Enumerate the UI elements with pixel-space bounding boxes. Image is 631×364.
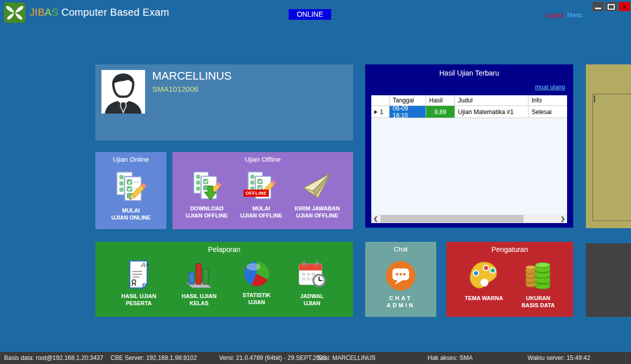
cell-info[interactable]: Selesai: [529, 106, 567, 118]
status-cbe-server: CBE Server: 192.168.1.98:8102: [111, 352, 197, 364]
bar-chart-icon: [184, 259, 214, 292]
pelaporan-title: Pelaporan: [95, 245, 353, 253]
exam-checklist-icon: [114, 170, 148, 206]
pengaturan-title: Pengaturan: [446, 245, 573, 253]
menu-link[interactable]: Menu: [567, 12, 582, 19]
ujian-offline-card: Ujian Offline: [172, 152, 353, 229]
brand-s: S: [51, 7, 58, 18]
scroll-left-arrow-icon[interactable]: ❮: [371, 214, 380, 223]
row-number: 1: [380, 108, 383, 116]
minimize-icon: [595, 8, 601, 9]
jadwal-ujian-button[interactable]: JADWAL UJIAN: [297, 259, 327, 307]
report-certificate-icon: A+: [124, 259, 153, 292]
ujian-online-card: Ujian Online: [95, 152, 166, 229]
hasil-ujian-kelas-label: HASIL UJIAN KELAS: [182, 293, 217, 307]
a-plus-text: A+: [141, 261, 149, 269]
row-selector-cell[interactable]: 1: [371, 106, 390, 118]
ukuran-basis-data-label: UKURAN BASIS DATA: [521, 295, 555, 309]
hasil-ujian-title: Hasil Ujian Terbaru: [365, 69, 573, 77]
cell-tanggal[interactable]: 06-09 16:10: [390, 106, 426, 118]
palette-icon: [467, 260, 501, 294]
exam-download-icon: [191, 170, 223, 204]
cell-hasil[interactable]: 8,89: [426, 106, 455, 118]
header-judul: Judul: [455, 95, 529, 106]
calendar-clock-icon: [297, 259, 327, 292]
ujian-online-title: Ujian Online: [95, 156, 166, 163]
hasil-ujian-panel: Hasil Ujian Terbaru muat ulang Tanggal H…: [365, 64, 573, 228]
chat-admin-button[interactable]: CHAT ADMIN: [365, 260, 436, 309]
close-button[interactable]: X: [619, 2, 630, 11]
pie-chart-icon: [242, 259, 271, 290]
avatar: [101, 70, 145, 114]
scroll-right-arrow-icon[interactable]: ❯: [558, 214, 567, 223]
app-title: JIBAS Computer Based Exam: [29, 7, 169, 18]
header-hasil: Hasil: [426, 95, 455, 106]
reload-link[interactable]: muat ulang: [535, 84, 565, 91]
maximize-button[interactable]: [606, 2, 617, 11]
tema-warna-button[interactable]: TEMA WARNA: [465, 260, 503, 309]
status-waktu-server: Waktu server: 15:49:42: [528, 352, 590, 364]
chat-card: Chat CHAT ADMIN: [365, 242, 436, 317]
chat-bubble-icon: [385, 260, 416, 294]
profile-card: MARCELLINUS SMA1012006: [95, 64, 353, 140]
hasil-ujian-peserta-label: HASIL UJIAN PESERTA: [121, 293, 156, 307]
statistik-ujian-button[interactable]: STATISTIK UJIAN: [242, 259, 271, 307]
ukuran-basis-data-button[interactable]: UKURAN BASIS DATA: [521, 260, 555, 309]
offline-badge: OFFLINE: [243, 190, 269, 197]
chat-title: Chat: [365, 245, 436, 253]
cell-judul[interactable]: Ujian Matematika #1: [455, 106, 529, 118]
pengaturan-card: Pengaturan TEMA WARNA: [446, 242, 573, 317]
chat-admin-label: CHAT ADMIN: [387, 295, 415, 309]
horizontal-scrollbar[interactable]: ❮ ❯: [371, 214, 567, 223]
status-hak-akses: Hak akses: SMA: [428, 352, 473, 364]
tema-warna-label: TEMA WARNA: [465, 295, 503, 302]
status-sesi: Sesi: MARCELLINUS: [317, 352, 375, 364]
paper-plane-icon: [301, 170, 333, 204]
download-ujian-offline-button[interactable]: DOWNLOAD UJIAN OFFLINE: [186, 170, 228, 220]
side-panel-right: [586, 64, 631, 228]
row-selector-arrow-icon: [374, 110, 377, 114]
text-caret: [594, 95, 595, 102]
mulai-ujian-offline-label: MULAI UJIAN OFFLINE: [240, 205, 282, 220]
ujian-offline-title: Ujian Offline: [172, 156, 353, 163]
user-id: SMA1012006: [152, 85, 198, 93]
user-name: MARCELLINUS: [152, 69, 231, 83]
logout-link[interactable]: Logout: [545, 12, 564, 19]
header-info: Info: [529, 95, 567, 106]
maximize-icon: [608, 4, 615, 10]
status-basis-data: Basis data: root@192.168.1.20:3437: [4, 352, 103, 364]
exam-offline-icon: OFFLINE: [246, 170, 277, 204]
side-panel-textarea[interactable]: [592, 94, 631, 221]
mulai-ujian-online-button[interactable]: MULAI UJIAN ONLINE: [95, 170, 166, 222]
hasil-ujian-peserta-button[interactable]: A+ HASIL UJIAN PESERTA: [121, 259, 156, 307]
table-row[interactable]: 1 06-09 16:10 8,89 Ujian Matematika #1 S…: [371, 106, 567, 118]
results-table: Tanggal Hasil Judul Info 1 06-09 16:10 8…: [371, 95, 567, 223]
kirim-jawaban-ujian-offline-label: KIRIM JAWABAN UJIAN OFFLINE: [295, 205, 340, 220]
download-ujian-offline-label: DOWNLOAD UJIAN OFFLINE: [186, 205, 228, 220]
app-title-text: Computer Based Exam: [61, 7, 169, 18]
app-window: JIBAS Computer Based Exam ONLINE Logout …: [0, 0, 631, 364]
side-panel-right-bottom: [586, 243, 631, 317]
brand-a: A: [45, 7, 52, 18]
kirim-jawaban-ujian-offline-button[interactable]: KIRIM JAWABAN UJIAN OFFLINE: [295, 170, 340, 220]
mulai-ujian-online-label: MULAI UJIAN ONLINE: [111, 207, 151, 222]
database-icon: [522, 260, 554, 294]
status-bar: Basis data: root@192.168.1.20:3437 CBE S…: [0, 352, 631, 364]
statistik-ujian-label: STATISTIK UJIAN: [242, 292, 270, 306]
scrollbar-thumb[interactable]: [380, 215, 523, 223]
pelaporan-card: Pelaporan A+ HASIL UJIAN PESERTA: [95, 242, 353, 317]
minimize-button[interactable]: [592, 2, 604, 11]
brand-jib: JIB: [29, 7, 45, 18]
mulai-ujian-offline-button[interactable]: OFFLINE MULAI UJIAN OFFLINE: [240, 170, 282, 220]
jadwal-ujian-label: JADWAL UJIAN: [300, 293, 324, 307]
status-versi: Versi: 21.0.4789 (64bit) - 29.SEPT.2023: [219, 352, 326, 364]
online-status-badge: ONLINE: [289, 9, 331, 20]
header-selector: [371, 95, 390, 106]
jibas-logo-icon: [4, 3, 25, 23]
hasil-ujian-kelas-button[interactable]: HASIL UJIAN KELAS: [182, 259, 217, 307]
